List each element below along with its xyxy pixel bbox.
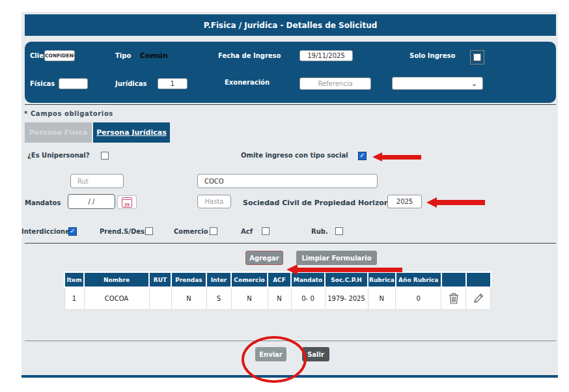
header-divider <box>25 104 556 105</box>
table-row: 1 COCOA N S N N 0- 0 1979- 2025 N 0 <box>64 287 491 310</box>
tipo-value: Común <box>140 51 168 60</box>
cell-anio-rubrica: 0 <box>396 287 441 310</box>
col-item: Item <box>64 272 84 287</box>
mandatos-label: Mandatos <box>25 199 61 206</box>
cell-rubrica: N <box>368 287 396 310</box>
hasta-input[interactable] <box>197 195 231 208</box>
cell-item: 1 <box>64 287 84 310</box>
calendar-icon: 29 <box>122 197 132 208</box>
trash-icon <box>449 292 459 304</box>
prend-s-desp-checkbox[interactable] <box>145 227 153 235</box>
juridicas-label: Jurídicas <box>115 80 146 87</box>
salir-button[interactable]: Salir <box>302 347 329 361</box>
page-title-text: P.Fisica / Juridica - Detalles de Solici… <box>204 21 378 30</box>
enviar-button[interactable]: Enviar <box>255 347 286 361</box>
form-container: P.Fisica / Juridica - Detalles de Solici… <box>21 12 558 378</box>
unipersonal-checkbox[interactable] <box>101 152 109 160</box>
col-mandato: Mandato <box>291 272 325 287</box>
col-nombre: Nombre <box>84 272 149 287</box>
tab-persona-juridicas[interactable]: Persona Jurídicas <box>93 122 170 143</box>
tab-persona-fisica[interactable]: Persona Física <box>25 122 92 143</box>
col-rut: RUT <box>149 272 171 287</box>
form-divider <box>25 243 556 244</box>
page-title: P.Fisica / Juridica - Detalles de Solici… <box>25 14 556 36</box>
salir-button-label: Salir <box>307 351 324 358</box>
cell-comercio: N <box>231 287 268 310</box>
col-delete <box>441 272 466 287</box>
fisicas-input[interactable] <box>59 78 88 89</box>
annotation-arrow-anio <box>426 197 485 207</box>
pencil-icon <box>473 292 484 304</box>
cell-soccph: 1979- 2025 <box>325 287 368 310</box>
tab-persona-fisica-label: Persona Física <box>29 128 88 137</box>
rub-checkbox[interactable] <box>335 227 343 235</box>
cell-inter: S <box>206 287 231 310</box>
fecha-ingreso-label: Fecha de Ingreso <box>218 52 281 59</box>
agregar-button[interactable]: Agregar <box>245 251 283 265</box>
cell-rut <box>149 287 171 310</box>
solo-ingreso-checkbox[interactable] <box>473 53 481 61</box>
referencia-input[interactable] <box>299 77 371 90</box>
anio-rubrica-input[interactable] <box>387 195 422 208</box>
solo-ingreso-checkbox-frame <box>470 50 484 64</box>
col-edit <box>466 272 491 287</box>
col-anio-rubrica: Año Rubrica <box>396 272 441 287</box>
footer-divider <box>25 341 556 341</box>
mandatos-date-input[interactable] <box>68 194 115 209</box>
required-fields-note: * Campos obligatorios <box>24 110 113 117</box>
rub-label: Rub. <box>311 228 328 235</box>
cell-mandato: 0- 0 <box>291 287 325 310</box>
chevron-down-icon: ⌄ <box>471 79 477 88</box>
interdicciones-checkbox[interactable] <box>68 227 77 236</box>
acf-checkbox[interactable] <box>262 227 270 235</box>
col-rubrica: Rubrica <box>368 272 396 287</box>
tipo-label: Tipo <box>115 52 131 59</box>
cell-prendas: N <box>171 287 206 310</box>
col-comercio: Comercio <box>231 272 268 287</box>
fisicas-label: Físicas <box>30 80 55 87</box>
juridicas-input[interactable] <box>158 78 187 89</box>
col-prendas: Prendas <box>171 272 206 287</box>
enviar-button-label: Enviar <box>259 351 283 358</box>
edit-row-button[interactable] <box>473 292 484 304</box>
prend-s-desp-label: Prend.S/Desp <box>100 228 149 235</box>
acf-label: Acf <box>241 228 253 235</box>
col-acf: ACF <box>268 272 291 287</box>
bottom-accent-bar <box>21 375 558 378</box>
col-inter: Inter <box>206 272 231 287</box>
comercio-label: Comercio <box>174 228 208 235</box>
comercio-checkbox[interactable] <box>210 227 217 235</box>
exoneracion-select[interactable]: ⌄ <box>392 77 483 90</box>
mandatos-calendar-button[interactable]: 29 <box>117 195 137 209</box>
agregar-button-label: Agregar <box>249 255 279 262</box>
omite-tipo-social-checkbox[interactable] <box>358 152 367 160</box>
cliente-input[interactable] <box>44 50 75 61</box>
unipersonal-label: ¿Es Unipersonal? <box>27 152 90 159</box>
fecha-ingreso-input[interactable] <box>299 50 353 61</box>
tab-persona-juridicas-label: Persona Jurídicas <box>96 128 166 137</box>
col-soccph: Soc.C.P.H <box>325 272 368 287</box>
soc-civil-label: Sociedad Civil de Propiedad Horizontal <box>243 199 400 207</box>
delete-row-button[interactable] <box>449 292 459 304</box>
cell-acf: N <box>268 287 291 310</box>
annotation-arrow-omite <box>372 152 421 161</box>
solo-ingreso-label: Solo Ingreso <box>409 52 455 59</box>
request-header-panel: Cliente Tipo Común Fecha de Ingreso Solo… <box>25 42 556 103</box>
interdicciones-label: Interdicciones <box>21 228 74 235</box>
juridicas-table: Item Nombre RUT Prendas Inter Comercio A… <box>64 272 492 310</box>
cell-nombre: COCOA <box>84 287 149 310</box>
exoneracion-label: Exoneración <box>225 79 270 86</box>
limpiar-formulario-button[interactable]: Limpiar Formulario <box>296 251 377 265</box>
table-header-row: Item Nombre RUT Prendas Inter Comercio A… <box>64 272 491 287</box>
rut-input[interactable] <box>70 174 124 188</box>
application-window: P.Fisica / Juridica - Detalles de Solici… <box>0 0 569 392</box>
omite-tipo-social-label: Omite ingreso con tipo social <box>241 152 348 159</box>
limpiar-button-label: Limpiar Formulario <box>301 255 371 262</box>
nombre-input[interactable] <box>197 174 378 188</box>
